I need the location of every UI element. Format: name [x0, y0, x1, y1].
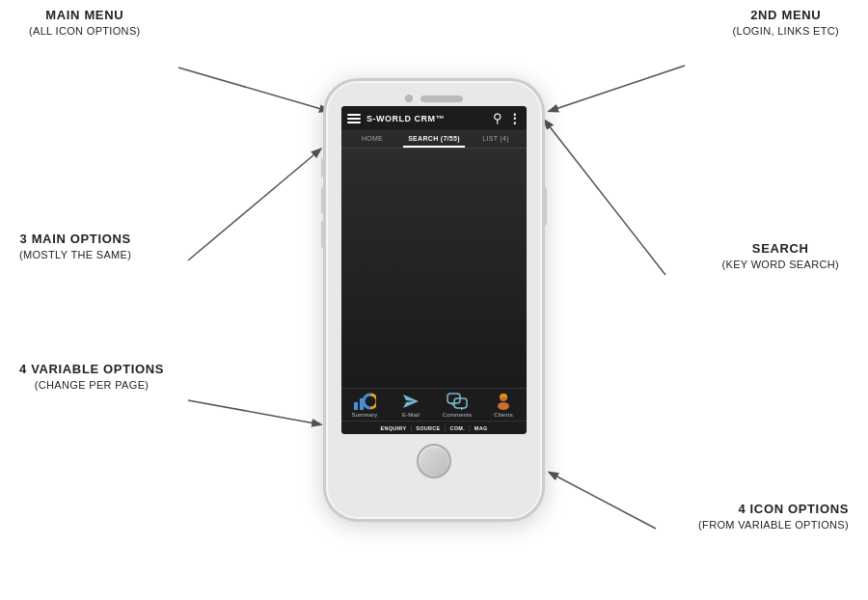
- phone-side-btn-vol-down: [321, 221, 325, 248]
- phone-screen: S-WORLD CRM™ ⚲ ⋮ HOME SEARCH (7/55) LIST…: [341, 106, 527, 434]
- second-menu-label: 2ND MENU (LOGIN, LINKS ETC): [733, 8, 839, 38]
- bottom-div1: |: [410, 424, 412, 431]
- icon-bar: Summary E-Mail Co: [341, 388, 527, 421]
- tab-search[interactable]: SEARCH (7/55): [403, 131, 465, 148]
- svg-line-4: [188, 400, 320, 424]
- bottom-mag[interactable]: MAG: [475, 425, 488, 431]
- person-icon: [494, 393, 513, 410]
- search-label: SEARCH (KEY WORD SEARCH): [721, 241, 839, 271]
- clients-label: Clients: [494, 412, 513, 418]
- phone-side-btn-power: [543, 187, 547, 226]
- search-icon[interactable]: ⚲: [493, 111, 502, 125]
- svg-line-3: [545, 121, 665, 275]
- icon-item-comments[interactable]: Comments: [434, 393, 480, 418]
- tab-list[interactable]: LIST (4): [465, 131, 527, 148]
- comments-label: Comments: [443, 412, 473, 418]
- tab-home[interactable]: HOME: [341, 131, 403, 148]
- svg-point-17: [498, 402, 509, 410]
- four-variable-label: 4 VARIABLE OPTIONS (CHANGE PER PAGE): [19, 362, 164, 392]
- phone-camera: [405, 95, 413, 102]
- phone-speaker: [420, 95, 463, 102]
- phone-side-btn-mute: [321, 158, 325, 177]
- bottom-text-bar: ENQUIRY | SOURCE | COM. | MAG: [341, 421, 527, 434]
- main-menu-label: MAIN MENU (ALL ICON OPTIONS): [29, 8, 141, 38]
- bottom-source[interactable]: SOURCE: [416, 425, 440, 431]
- plane-icon: [401, 393, 420, 410]
- svg-rect-7: [354, 402, 358, 410]
- bottom-enquiry[interactable]: ENQUIRY: [380, 425, 406, 431]
- three-options-label: 3 MAIN OPTIONS (MOSTLY THE SAME): [19, 232, 131, 261]
- svg-line-2: [188, 150, 320, 260]
- app-title: S-WORLD CRM™: [366, 114, 487, 123]
- summary-label: Summary: [351, 412, 377, 418]
- email-label: E-Mail: [402, 412, 420, 418]
- more-options-icon[interactable]: ⋮: [508, 111, 521, 125]
- icon-item-email[interactable]: E-Mail: [388, 393, 434, 418]
- phone-side-btn-vol-up: [321, 187, 325, 214]
- svg-marker-15: [461, 408, 464, 410]
- icon-item-clients[interactable]: Clients: [480, 393, 527, 418]
- app-header: S-WORLD CRM™ ⚲ ⋮: [341, 106, 527, 131]
- four-icon-label: 4 ICON OPTIONS (FROM VARIABLE OPTIONS): [698, 502, 849, 532]
- svg-line-0: [178, 68, 328, 111]
- svg-line-1: [550, 66, 685, 111]
- chart-icon: [353, 393, 376, 410]
- phone-device: S-WORLD CRM™ ⚲ ⋮ HOME SEARCH (7/55) LIST…: [323, 78, 545, 522]
- svg-marker-13: [450, 403, 453, 406]
- svg-line-5: [550, 473, 656, 529]
- bottom-div2: |: [445, 424, 447, 431]
- hamburger-menu-icon[interactable]: [347, 114, 361, 123]
- icon-item-summary[interactable]: Summary: [341, 393, 388, 418]
- phone-top-hardware: [405, 95, 463, 102]
- svg-marker-11: [403, 395, 419, 408]
- bottom-div3: |: [469, 424, 471, 431]
- phone-home-button[interactable]: [417, 444, 451, 478]
- screen-content: [341, 149, 527, 388]
- bottom-com[interactable]: COM.: [449, 425, 465, 431]
- bubbles-icon: [447, 393, 468, 410]
- nav-tabs: HOME SEARCH (7/55) LIST (4): [341, 131, 527, 149]
